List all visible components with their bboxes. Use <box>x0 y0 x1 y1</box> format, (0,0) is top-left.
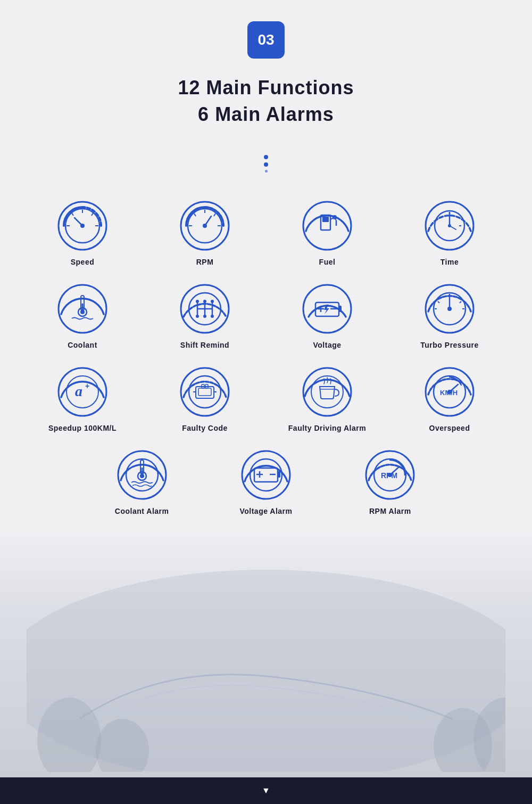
step-badge: 03 <box>247 21 285 59</box>
overspeed-icon: KM/H <box>423 365 476 419</box>
page-wrapper: 03 12 Main Functions 6 Main Alarms <box>0 0 532 804</box>
faulty-driving-icon <box>301 365 354 419</box>
coolant-label: Coolant <box>68 341 97 349</box>
voltage-icon <box>301 282 354 335</box>
turbo-icon <box>423 282 476 335</box>
svg-point-52 <box>203 315 206 318</box>
speed-label: Speed <box>71 258 95 266</box>
svg-point-69 <box>59 368 106 416</box>
svg-point-51 <box>196 315 199 318</box>
svg-point-70 <box>66 376 98 408</box>
svg-point-50 <box>211 300 214 303</box>
icon-item-rpm: RPM <box>149 199 261 266</box>
dot-3 <box>265 170 268 173</box>
icon-item-faulty-driving: Faulty Driving Alarm <box>271 365 383 432</box>
voltage-label: Voltage <box>313 341 341 349</box>
turbo-label: Turbo Pressure <box>420 341 478 349</box>
svg-rect-56 <box>339 306 342 312</box>
title-line1: 12 Main Functions <box>178 75 354 101</box>
faulty-code-label: Faulty Code <box>182 424 228 432</box>
dots-decoration <box>264 155 268 173</box>
icon-item-voltage: Voltage <box>271 282 383 349</box>
svg-point-81 <box>303 368 351 416</box>
coolant-alarm-icon <box>115 448 169 502</box>
svg-text:+: + <box>85 382 89 390</box>
icon-item-voltage-alarm: Voltage Alarm <box>209 448 322 515</box>
road-illustration <box>27 570 505 772</box>
svg-rect-94 <box>141 467 143 476</box>
fuel-icon <box>301 199 354 252</box>
svg-point-73 <box>181 368 229 416</box>
icon-item-speedup: a + Speedup 100KM/L <box>27 365 138 432</box>
faulty-code-icon <box>178 365 231 419</box>
svg-line-65 <box>460 301 461 303</box>
svg-point-53 <box>211 315 214 318</box>
functions-grid: Speed RPM <box>27 199 505 432</box>
rpm-icon <box>178 199 231 252</box>
coolant-icon <box>56 282 109 335</box>
speedup-icon: a + <box>56 365 109 419</box>
svg-line-67 <box>438 301 439 303</box>
svg-rect-98 <box>278 471 280 478</box>
svg-point-95 <box>242 451 290 499</box>
icon-item-speed: Speed <box>27 199 138 266</box>
dot-1 <box>264 155 268 159</box>
title-line2: 6 Main Alarms <box>178 101 354 128</box>
speedup-label: Speedup 100KM/L <box>48 424 117 432</box>
alarms-grid: Coolant Alarm Voltage Alarm <box>85 448 447 515</box>
fuel-label: Fuel <box>319 258 336 266</box>
svg-line-19 <box>214 214 215 216</box>
icon-item-turbo: Turbo Pressure <box>394 282 505 349</box>
svg-point-23 <box>303 202 351 250</box>
svg-point-8 <box>80 224 85 228</box>
speed-icon <box>56 199 109 252</box>
svg-rect-76 <box>198 388 211 396</box>
icon-item-overspeed: KM/H Overspeed <box>394 365 505 432</box>
shift-label: Shift Remind <box>180 341 229 349</box>
svg-rect-41 <box>82 303 84 312</box>
icon-item-fuel: Fuel <box>271 199 383 266</box>
rpm-alarm-icon: RPM <box>363 448 417 502</box>
svg-text:a: a <box>75 383 82 399</box>
svg-point-106 <box>388 473 392 477</box>
rpm-alarm-label: RPM Alarm <box>369 507 411 515</box>
icon-item-rpm-alarm: RPM RPM Alarm <box>334 448 447 515</box>
svg-point-17 <box>203 224 207 228</box>
icon-item-faulty-code: Faulty Code <box>149 365 261 432</box>
badge-number: 03 <box>257 31 274 48</box>
icon-item-time: Time <box>394 199 505 266</box>
svg-point-49 <box>203 300 206 303</box>
svg-line-20 <box>194 214 196 216</box>
svg-point-48 <box>196 300 199 303</box>
voltage-alarm-label: Voltage Alarm <box>239 507 292 515</box>
voltage-alarm-icon <box>239 448 293 502</box>
faulty-driving-label: Faulty Driving Alarm <box>288 424 366 432</box>
svg-point-63 <box>447 307 452 311</box>
icon-item-coolant: Coolant <box>27 282 138 349</box>
svg-line-11 <box>72 213 73 216</box>
overspeed-label: Overspeed <box>429 424 470 432</box>
rpm-label: RPM <box>196 258 214 266</box>
shift-icon <box>178 282 231 335</box>
bottom-arrow[interactable]: ▼ <box>262 786 270 795</box>
dot-2 <box>264 162 268 167</box>
icon-item-coolant-alarm: Coolant Alarm <box>85 448 198 515</box>
svg-point-34 <box>448 224 451 227</box>
icon-item-shift: Shift Remind <box>149 282 261 349</box>
main-content: 03 12 Main Functions 6 Main Alarms <box>0 0 532 547</box>
svg-point-88 <box>447 390 452 394</box>
svg-line-10 <box>92 213 93 216</box>
bottom-bar: ▼ <box>0 777 532 804</box>
time-icon <box>423 199 476 252</box>
time-label: Time <box>440 258 459 266</box>
svg-rect-25 <box>322 217 329 222</box>
main-title: 12 Main Functions 6 Main Alarms <box>178 75 354 128</box>
coolant-alarm-label: Coolant Alarm <box>115 507 169 515</box>
